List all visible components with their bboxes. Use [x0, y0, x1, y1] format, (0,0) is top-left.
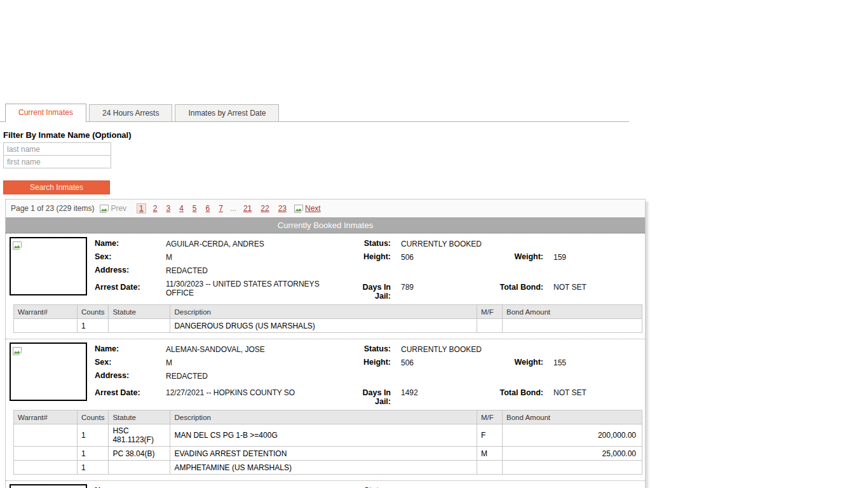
inmate-record: Name: AGUILAR-CERDA, ANDRES Status: CURR… [6, 233, 645, 333]
broken-image-icon [12, 241, 23, 250]
pager-ellipsis: ... [230, 204, 236, 213]
charge-warrant [14, 461, 78, 475]
broken-image-icon [12, 346, 23, 356]
last-name-input[interactable] [3, 142, 111, 156]
page-link-3[interactable]: 3 [164, 203, 172, 214]
name-label: Name: [95, 485, 166, 488]
pager-summary: Page 1 of 23 (229 items) [11, 204, 94, 213]
statute-header: Statute [109, 305, 170, 319]
inmate-total-bond: NOT SET [553, 384, 641, 397]
arrest-date-label: Arrest Date: [95, 278, 166, 292]
charge-description: DANGEROUS DRUGS (US MARSHALS) [170, 319, 477, 333]
next-page-label: Next [305, 204, 321, 213]
sex-label: Sex: [95, 252, 166, 261]
inmate-fields: Name: AGUILAR-CERDA, ANDRES Status: CURR… [95, 237, 641, 301]
page-link-2[interactable]: 2 [151, 203, 159, 214]
charges-header-row: Warrant# Counts Statute Description M/F … [14, 410, 642, 424]
mf-header: M/F [477, 410, 503, 424]
statute-header: Statute [109, 410, 170, 424]
charge-warrant [14, 424, 78, 447]
charge-counts: 1 [78, 461, 109, 475]
inmate-address: REDACTED [166, 370, 641, 381]
charge-mf [477, 461, 503, 475]
status-label: Status: [349, 485, 401, 488]
charges-header-row: Warrant# Counts Statute Description M/F … [14, 305, 642, 319]
name-label: Name: [95, 344, 166, 353]
page-link-22[interactable]: 22 [259, 203, 271, 214]
search-inmates-button[interactable]: Search Inmates [3, 180, 110, 194]
charge-description: EVADING ARREST DETENTION [170, 447, 477, 461]
inmate-name: ANDERSON, FREDDY RAY [166, 485, 349, 488]
charge-mf [477, 319, 503, 333]
warrant-header: Warrant# [14, 410, 78, 424]
page-link-1[interactable]: 1 [137, 203, 146, 214]
charge-row: 1 AMPHETAMINE (US MARSHALS) [14, 461, 642, 475]
charge-bond [503, 461, 642, 475]
counts-header: Counts [78, 305, 109, 319]
prev-page-button[interactable]: Prev [99, 204, 132, 214]
tab-24-hours-arrests[interactable]: 24 Hours Arrests [89, 104, 172, 121]
inmate-record: Name: ANDERSON, FREDDY RAY Status: CURRE… [6, 480, 645, 488]
address-label: Address: [95, 370, 166, 380]
weight-label: Weight: [499, 252, 553, 261]
inmate-photo [10, 342, 87, 401]
height-label: Height: [349, 357, 401, 367]
inmate-arrest-date: 11/30/2023 -- UNITED STATES ATTORNEYS OF… [166, 278, 349, 297]
inmate-record: Name: ALEMAN-SANDOVAL, JOSE Status: CURR… [6, 339, 645, 475]
prev-page-label: Prev [111, 204, 126, 213]
page-link-6[interactable]: 6 [204, 203, 212, 214]
description-header: Description [170, 410, 477, 424]
height-label: Height: [349, 252, 401, 261]
pager: Page 1 of 23 (229 items) Prev 1 2 3 4 5 … [6, 200, 645, 217]
weight-label: Weight: [499, 357, 553, 367]
page-link-5[interactable]: 5 [191, 203, 199, 214]
charge-description: MAN DEL CS PG 1-B >=400G [170, 424, 477, 447]
charge-statute: PC 38.04(B) [109, 447, 170, 461]
filter-heading: Filter By Inmate Name (Optional) [3, 130, 868, 140]
inmate-photo [10, 237, 87, 295]
tab-strip: Current Inmates 24 Hours Arrests Inmates… [0, 104, 629, 122]
inmate-address: REDACTED [166, 265, 641, 275]
broken-image-icon [294, 204, 304, 214]
inmate-arrest-date: 12/27/2021 -- HOPKINS COUNTY SO [166, 384, 349, 397]
charge-mf: F [477, 424, 503, 447]
charges-table: Warrant# Counts Statute Description M/F … [13, 410, 642, 475]
bond-header: Bond Amount [503, 305, 642, 319]
inmate-days-in-jail: 1492 [401, 384, 499, 397]
inmate-sex: M [166, 357, 349, 367]
page-link-7[interactable]: 7 [217, 203, 225, 214]
warrant-header: Warrant# [14, 305, 78, 319]
inmate-height: 506 [401, 252, 499, 262]
charge-counts: 1 [78, 447, 109, 461]
tab-inmates-by-arrest-date[interactable]: Inmates by Arrest Date [175, 104, 279, 121]
inmate-height: 506 [401, 357, 499, 367]
filter-section: Filter By Inmate Name (Optional) Search … [3, 130, 868, 194]
charge-bond: 200,000.00 [503, 424, 642, 447]
inmate-status: CURRENTLY BOOKED [401, 344, 641, 354]
inmate-name: ALEMAN-SANDOVAL, JOSE [166, 344, 349, 354]
mf-header: M/F [477, 305, 503, 319]
charge-mf: M [477, 447, 503, 461]
next-page-button[interactable]: Next [294, 204, 326, 214]
tab-current-inmates[interactable]: Current Inmates [5, 104, 86, 122]
first-name-input[interactable] [3, 155, 111, 168]
inmate-weight: 155 [553, 357, 641, 367]
broken-image-icon [99, 204, 110, 214]
inmate-name: AGUILAR-CERDA, ANDRES [166, 238, 349, 248]
bond-header: Bond Amount [503, 410, 642, 424]
charge-bond [503, 319, 642, 333]
top-whitespace [0, 0, 868, 104]
page-link-23[interactable]: 23 [276, 203, 288, 214]
total-bond-label: Total Bond: [499, 278, 553, 292]
charge-row: 1 HSC 481.1123(F) MAN DEL CS PG 1-B >=40… [14, 424, 642, 447]
days-in-jail-label: Days In Jail: [349, 278, 401, 301]
sex-label: Sex: [95, 357, 166, 367]
inmates-grid: Page 1 of 23 (229 items) Prev 1 2 3 4 5 … [5, 199, 646, 488]
inmate-days-in-jail: 789 [401, 278, 499, 292]
name-label: Name: [95, 238, 166, 248]
description-header: Description [170, 305, 477, 319]
page-link-21[interactable]: 21 [241, 203, 254, 214]
address-label: Address: [95, 265, 166, 274]
charge-warrant [14, 447, 78, 461]
page-link-4[interactable]: 4 [177, 203, 186, 214]
